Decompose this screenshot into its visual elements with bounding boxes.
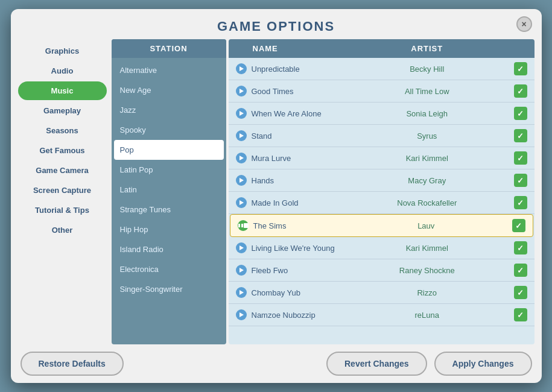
nav-item-seasons[interactable]: Seasons bbox=[18, 121, 107, 140]
checkbox-checked[interactable]: ✓ bbox=[514, 308, 527, 321]
checkbox-checked[interactable]: ✓ bbox=[514, 196, 527, 209]
track-artist: Kari Kimmel bbox=[363, 154, 491, 163]
checkbox-checked[interactable]: ✓ bbox=[514, 286, 527, 299]
checkbox-checked[interactable]: ✓ bbox=[514, 264, 527, 277]
station-header: Station bbox=[112, 39, 226, 58]
track-name: Unpredictable bbox=[252, 65, 300, 74]
track-row[interactable]: HandsMacy Gray✓ bbox=[229, 169, 535, 192]
checkbox-checked[interactable]: ✓ bbox=[514, 107, 527, 120]
col-check-header bbox=[491, 44, 527, 53]
checkbox-checked[interactable]: ✓ bbox=[514, 62, 527, 75]
apply-changes-button[interactable]: Apply Changes bbox=[434, 352, 532, 376]
track-name: Made In Gold bbox=[252, 198, 299, 207]
checkbox-checked[interactable]: ✓ bbox=[514, 129, 527, 142]
track-row[interactable]: Good TimesAll Time Low✓ bbox=[229, 80, 535, 103]
tracks-body: UnpredictableBecky Hill✓Good TimesAll Ti… bbox=[229, 58, 535, 344]
modal-header: Game Options × bbox=[11, 9, 542, 39]
play-icon[interactable] bbox=[236, 265, 247, 276]
track-row[interactable]: The SimsLauv✓ bbox=[230, 214, 533, 237]
track-row[interactable]: Namzoe NubozzipreLuna✓ bbox=[229, 304, 535, 326]
station-item-jazz[interactable]: Jazz bbox=[112, 100, 226, 120]
game-options-modal: Game Options × GraphicsAudioMusicGamepla… bbox=[11, 9, 542, 383]
track-row[interactable]: Chombay YubRizzo✓ bbox=[229, 282, 535, 304]
nav-item-other[interactable]: Other bbox=[18, 221, 107, 239]
nav-item-music[interactable]: Music bbox=[18, 81, 107, 100]
station-item-new-age[interactable]: New Age bbox=[112, 80, 226, 100]
tracks-panel: Name Artist UnpredictableBecky Hill✓Good… bbox=[229, 39, 535, 344]
track-artist: Lauv bbox=[363, 221, 489, 230]
station-item-spooky[interactable]: Spooky bbox=[112, 120, 226, 140]
nav-item-screen-capture[interactable]: Screen Capture bbox=[18, 181, 107, 200]
play-icon[interactable] bbox=[236, 153, 247, 163]
track-row[interactable]: UnpredictableBecky Hill✓ bbox=[229, 58, 535, 80]
track-name-cell: Mura Lurve bbox=[236, 153, 364, 163]
track-name-cell: Fleeb Fwo bbox=[236, 265, 364, 276]
nav-item-graphics[interactable]: Graphics bbox=[18, 42, 107, 60]
track-check-cell: ✓ bbox=[491, 308, 527, 321]
track-check-cell: ✓ bbox=[491, 151, 527, 165]
station-item-latin[interactable]: Latin bbox=[112, 180, 226, 200]
track-check-cell: ✓ bbox=[491, 264, 527, 277]
restore-defaults-button[interactable]: Restore Defaults bbox=[21, 352, 124, 376]
track-artist: Raney Shockne bbox=[363, 266, 491, 275]
svg-rect-0 bbox=[238, 224, 240, 227]
station-item-pop[interactable]: Pop bbox=[114, 140, 224, 160]
station-item-singer-songwriter[interactable]: Singer-Songwriter bbox=[112, 279, 226, 299]
play-icon[interactable] bbox=[236, 86, 247, 96]
track-row[interactable]: When We Are AloneSonia Leigh✓ bbox=[229, 103, 535, 125]
track-artist: Rizzo bbox=[363, 288, 491, 297]
track-row[interactable]: StandSyrus✓ bbox=[229, 125, 535, 147]
track-name: Living Like We're Young bbox=[252, 244, 335, 253]
track-name: Chombay Yub bbox=[252, 288, 300, 297]
track-name: Hands bbox=[252, 176, 274, 185]
track-check-cell: ✓ bbox=[491, 241, 527, 254]
nav-item-game-camera[interactable]: Game Camera bbox=[18, 161, 107, 180]
station-item-strange-tunes[interactable]: Strange Tunes bbox=[112, 200, 226, 220]
track-row[interactable]: Fleeb FwoRaney Shockne✓ bbox=[229, 259, 535, 282]
footer-right-buttons: Revert Changes Apply Changes bbox=[326, 352, 532, 376]
station-item-hip-hop[interactable]: Hip Hop bbox=[112, 220, 226, 239]
track-name: Good Times bbox=[252, 87, 294, 96]
station-item-island-radio[interactable]: Island Radio bbox=[112, 239, 226, 259]
revert-changes-button[interactable]: Revert Changes bbox=[326, 352, 427, 376]
station-item-latin-pop[interactable]: Latin Pop bbox=[112, 160, 226, 180]
track-name: Namzoe Nubozzip bbox=[252, 311, 316, 320]
play-icon[interactable] bbox=[236, 309, 247, 320]
track-artist: Sonia Leigh bbox=[363, 109, 491, 118]
play-icon[interactable] bbox=[236, 63, 247, 74]
track-check-cell: ✓ bbox=[491, 174, 527, 187]
play-icon[interactable] bbox=[236, 130, 247, 141]
play-icon[interactable] bbox=[236, 287, 247, 298]
station-item-alternative[interactable]: Alternative bbox=[112, 60, 226, 80]
close-button[interactable]: × bbox=[516, 16, 532, 32]
nav-item-tutorial-&-tips[interactable]: Tutorial & Tips bbox=[18, 201, 107, 220]
track-name-cell: Namzoe Nubozzip bbox=[236, 309, 364, 320]
play-icon[interactable] bbox=[236, 108, 247, 119]
nav-item-get-famous[interactable]: Get Famous bbox=[18, 141, 107, 160]
track-check-cell: ✓ bbox=[491, 84, 527, 98]
nav-item-gameplay[interactable]: Gameplay bbox=[18, 101, 107, 120]
checkbox-checked[interactable]: ✓ bbox=[514, 84, 527, 98]
track-row[interactable]: Mura LurveKari Kimmel✓ bbox=[229, 147, 535, 169]
play-icon[interactable] bbox=[236, 197, 247, 208]
play-icon[interactable] bbox=[236, 242, 247, 253]
track-name: Stand bbox=[252, 131, 272, 141]
checkbox-checked[interactable]: ✓ bbox=[514, 241, 527, 254]
track-row[interactable]: Made In GoldNova Rockafeller✓ bbox=[229, 192, 535, 214]
station-item-electronica[interactable]: Electronica bbox=[112, 259, 226, 279]
track-artist: All Time Low bbox=[363, 87, 491, 96]
station-list: AlternativeNew AgeJazzSpookyPopLatin Pop… bbox=[112, 58, 226, 344]
tracks-header: Name Artist bbox=[229, 39, 535, 58]
track-row[interactable]: Living Like We're YoungKari Kimmel✓ bbox=[229, 237, 535, 259]
playing-icon[interactable] bbox=[238, 220, 249, 231]
track-name-cell: Stand bbox=[236, 130, 364, 141]
track-name-cell: Hands bbox=[236, 175, 364, 186]
track-artist: Macy Gray bbox=[363, 176, 491, 185]
track-name-cell: When We Are Alone bbox=[236, 108, 364, 119]
col-artist-header: Artist bbox=[363, 44, 491, 53]
nav-item-audio[interactable]: Audio bbox=[18, 62, 107, 80]
checkbox-checked[interactable]: ✓ bbox=[514, 174, 527, 187]
checkbox-checked[interactable]: ✓ bbox=[514, 151, 527, 165]
checkbox-checked[interactable]: ✓ bbox=[512, 219, 525, 232]
play-icon[interactable] bbox=[236, 175, 247, 186]
